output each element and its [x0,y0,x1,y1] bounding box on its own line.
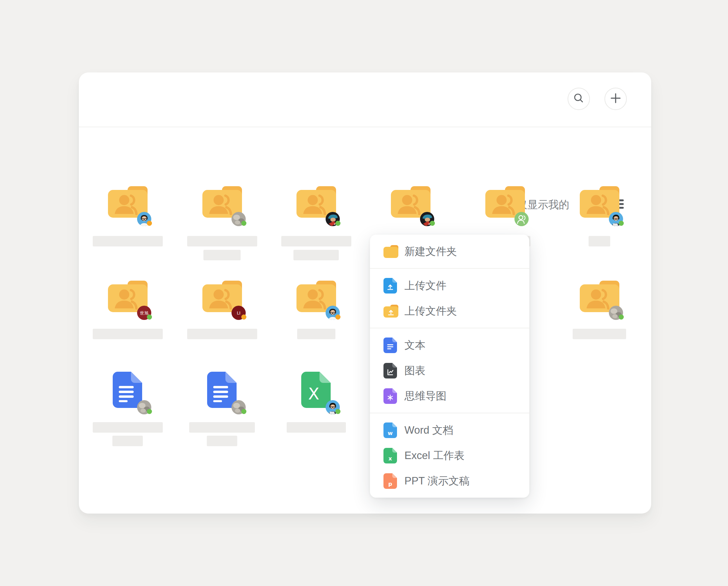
menu-item-new-folder[interactable]: 新建文件夹 [370,239,529,264]
plus-icon [610,92,621,105]
filename-placeholder [207,436,237,446]
menu-item-doc-excel[interactable]: xExcel 工作表 [370,443,529,468]
filename-placeholder [589,236,610,246]
filename-placeholder [93,329,163,339]
menu-item-doc-mindmap[interactable]: 思维导图 [370,383,529,409]
folder-tile[interactable] [175,186,269,260]
create-menu: 新建文件夹上传文件上传文件夹文本图表思维导图wWord 文档xExcel 工作表… [370,235,529,498]
panel-header [79,72,651,127]
filename-placeholder [93,422,163,433]
folder-tile[interactable]: 世旭 [81,280,175,339]
folder-tile[interactable] [269,280,363,339]
svg-text:x: x [389,455,392,462]
file-mindmap-purple-icon [383,388,400,404]
folder-tile[interactable] [269,186,363,260]
search-icon [573,92,584,105]
presence-dot-orange [241,314,246,320]
presence-dot-green [335,409,340,414]
filename-placeholder [189,422,255,433]
svg-text:p: p [388,481,392,487]
menu-group: wWord 文档xExcel 工作表pPPT 演示文稿 [370,413,529,498]
menu-group: 新建文件夹 [370,235,529,268]
svg-text:世旭: 世旭 [140,310,149,316]
presence-dot-orange [335,314,340,320]
folder-upload-yellow-icon [383,305,400,318]
menu-item-upload-folder[interactable]: 上传文件夹 [370,298,529,324]
presence-dot-green [241,221,246,226]
filename-placeholder [93,236,163,246]
view-toolbar: 仅显示我的 [79,127,651,168]
presence-dot-green [619,221,624,226]
filename-placeholder [203,250,241,260]
svg-text:LI: LI [237,310,241,316]
document-tile[interactable]: X [269,372,363,433]
menu-item-doc-chart[interactable]: 图表 [370,358,529,383]
menu-item-label: Excel 工作表 [404,449,464,463]
document-tile[interactable] [81,372,175,446]
presence-dot-orange [147,221,152,226]
menu-item-label: PPT 演示文稿 [404,474,469,488]
menu-item-label: 上传文件夹 [404,304,457,318]
presence-dot-green [147,314,152,320]
menu-item-label: 图表 [404,364,425,378]
menu-item-label: 上传文件 [404,279,446,293]
menu-item-label: 文本 [404,338,425,352]
file-chart-dark-icon [383,363,400,378]
menu-item-doc-text[interactable]: 文本 [370,332,529,358]
filename-placeholder [112,436,143,446]
menu-item-label: 思维导图 [404,389,446,403]
presence-dot-green [147,409,152,414]
document-tile[interactable] [175,372,269,446]
menu-group: 文本图表思维导图 [370,328,529,413]
menu-item-doc-ppt[interactable]: pPPT 演示文稿 [370,468,529,494]
file-word-blue-icon: w [383,422,400,438]
presence-dot-green [430,221,435,226]
file-text-blue-icon [383,338,400,353]
create-button[interactable] [604,88,627,110]
file-ppt-orange-icon: p [383,473,400,489]
file-excel-green-icon: x [383,448,400,463]
menu-item-doc-word[interactable]: wWord 文档 [370,417,529,443]
menu-item-label: Word 文档 [404,423,453,437]
folder-tile[interactable] [552,186,646,246]
folder-tile[interactable] [552,280,646,339]
owner-avatar-member-green [514,212,529,226]
folder-yellow-icon [383,245,400,258]
drive-panel: 仅显示我的 [79,72,651,514]
presence-dot-green [241,409,246,414]
filename-placeholder [573,329,626,339]
filename-placeholder [287,422,346,433]
page-background: 仅显示我的 [0,0,728,586]
folder-tile[interactable]: LI [175,280,269,339]
filename-placeholder [293,250,339,260]
menu-item-label: 新建文件夹 [404,244,457,259]
file-upload-blue-icon [383,278,400,294]
filename-placeholder [281,236,351,246]
menu-item-upload-file[interactable]: 上传文件 [370,273,529,298]
menu-group: 上传文件上传文件夹 [370,268,529,328]
svg-text:w: w [388,430,393,436]
filename-placeholder [187,236,257,246]
search-button[interactable] [568,88,590,110]
svg-text:X: X [308,384,319,403]
filename-placeholder [297,329,335,339]
folder-tile[interactable] [81,186,175,246]
presence-dot-green [335,221,340,226]
presence-dot-green [619,314,624,320]
filename-placeholder [187,329,257,339]
